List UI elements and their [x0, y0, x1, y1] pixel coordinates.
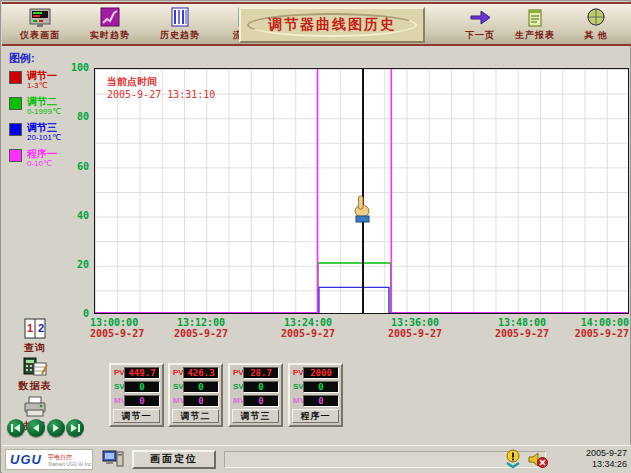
pv-value: 28.7 [243, 367, 279, 379]
toolbar-button-instrument[interactable]: 仪表画面 [12, 7, 68, 45]
toolbar-button-other[interactable]: 其 他 [568, 7, 624, 45]
nav-next-button[interactable] [47, 419, 65, 437]
pv-value: 2000 [303, 367, 339, 379]
mv-value: 0 [303, 395, 339, 407]
legend-swatch [9, 123, 22, 136]
legend-series-name: 程序一 [27, 148, 89, 159]
toolbar-button-label: 生产报表 [507, 29, 563, 42]
toolbar-button-production-report[interactable]: 生产报表 [507, 7, 563, 45]
sv-value: 0 [243, 381, 279, 393]
value-panel-regulator1: PV449.7 SV0 MV0 调节一 [109, 363, 164, 427]
toolbar-button-label: 其 他 [568, 29, 624, 42]
clock-display: 2005-9-27 13:34:26 [565, 448, 627, 470]
computer-icon[interactable] [102, 449, 124, 469]
production-report-icon [523, 7, 547, 28]
status-bar: UGU 宇电自控 Xiamen UGU AI Inc 画面定位 2005-9-2… [2, 445, 631, 473]
trend-chart-plot-area[interactable]: 当前点时间 2005-9-27 13:31:10 [94, 68, 629, 314]
time-cursor-line [362, 69, 364, 313]
legend-series-name: 调节二 [27, 96, 89, 107]
panel-title: 程序一 [292, 409, 339, 423]
status-time: 13:34:26 [565, 459, 627, 470]
side-button-label: 数据表 [13, 379, 57, 393]
legend-swatch [9, 97, 22, 110]
pv-value: 426.3 [183, 367, 219, 379]
screen-locate-button[interactable]: 画面定位 [132, 450, 216, 469]
y-axis-tick: 100 [63, 62, 89, 73]
x-axis-tick: 14:00:002005-9-27 [545, 317, 629, 339]
svg-text:2: 2 [38, 322, 44, 334]
y-axis-tick: 40 [63, 210, 89, 221]
toolbar-button-label: 下一页 [452, 29, 508, 42]
current-point-time: 2005-9-27 13:31:10 [107, 89, 215, 100]
alarm-indicator-icon[interactable] [503, 449, 523, 470]
speaker-muted-icon[interactable] [527, 449, 547, 470]
legend-series-range: 20-101℃ [27, 133, 89, 142]
other-globe-icon [584, 7, 608, 28]
current-point-label: 当前点时间 [107, 75, 157, 89]
page-title: 调节器曲线图历史 [268, 16, 396, 34]
legend-series-name: 调节三 [27, 122, 89, 133]
toolbar-button-history-trend[interactable]: 历史趋势 [152, 7, 208, 45]
logo-text: UGU [10, 452, 42, 467]
legend-item: 调节三 20-101℃ [9, 122, 89, 144]
side-button-label: 查询 [13, 341, 57, 355]
y-axis-tick: 20 [63, 259, 89, 270]
legend-series-range: 1-3℃ [27, 81, 89, 90]
ugu-logo: UGU 宇电自控 Xiamen UGU AI Inc [5, 449, 93, 470]
y-axis-tick: 60 [63, 161, 89, 172]
legend-item: 调节一 1-3℃ [9, 70, 89, 92]
screen-title-plaque: 调节器曲线图历史 [239, 7, 425, 43]
query-button[interactable]: 12 查询 [13, 317, 57, 355]
svg-text:1: 1 [27, 322, 33, 334]
panel-title: 调节一 [113, 409, 160, 423]
value-panel-regulator2: PV426.3 SV0 MV0 调节二 [168, 363, 223, 427]
pv-value: 449.7 [124, 367, 160, 379]
logo-subtext-en: Xiamen UGU AI Inc [48, 461, 91, 467]
legend-swatch [9, 71, 22, 84]
hmi-window: 仪表画面 实时趋势 历史趋势 流程图 调节器曲线图历史 [0, 0, 631, 473]
top-toolbar: 仪表画面 实时趋势 历史趋势 流程图 调节器曲线图历史 [2, 2, 631, 46]
sv-value: 0 [183, 381, 219, 393]
legend-swatch [9, 149, 22, 162]
next-page-arrow-icon [468, 7, 492, 28]
x-axis-tick: 13:12:002005-9-27 [159, 317, 243, 339]
realtime-trend-icon [98, 7, 122, 28]
status-date: 2005-9-27 [565, 448, 627, 459]
x-axis-tick: 13:24:002005-9-27 [266, 317, 350, 339]
instrument-panel-icon [28, 7, 52, 28]
toolbar-button-label: 仪表画面 [12, 29, 68, 42]
status-message-area [224, 451, 546, 468]
nav-last-button[interactable] [66, 419, 84, 437]
nav-first-button[interactable] [7, 419, 25, 437]
y-axis-tick: 80 [63, 111, 89, 122]
toolbar-button-label: 实时趋势 [82, 29, 138, 42]
value-panel-regulator3: PV28.7 SV0 MV0 调节三 [228, 363, 283, 427]
value-panel-program1: PV2000 SV0 MV0 程序一 [288, 363, 343, 427]
toolbar-button-label: 历史趋势 [152, 29, 208, 42]
sv-value: 0 [303, 381, 339, 393]
printer-icon [22, 395, 48, 419]
toolbar-button-realtime-trend[interactable]: 实时趋势 [82, 7, 138, 45]
data-table-button[interactable]: 数据表 [13, 355, 57, 393]
hand-cursor-handle-icon[interactable] [352, 194, 373, 224]
sv-value: 0 [124, 381, 160, 393]
mv-value: 0 [243, 395, 279, 407]
x-axis-tick: 13:36:002005-9-27 [373, 317, 457, 339]
toolbar-button-next-page[interactable]: 下一页 [452, 7, 508, 45]
panel-title: 调节二 [172, 409, 219, 423]
mv-value: 0 [124, 395, 160, 407]
title-oval-border: 调节器曲线图历史 [247, 13, 417, 37]
data-table-icon [22, 355, 48, 379]
mv-value: 0 [183, 395, 219, 407]
nav-prev-button[interactable] [27, 419, 45, 437]
history-trend-icon [168, 7, 192, 28]
y-axis-tick: 0 [63, 308, 89, 319]
query-book-icon: 12 [22, 317, 48, 341]
panel-title: 调节三 [232, 409, 279, 423]
